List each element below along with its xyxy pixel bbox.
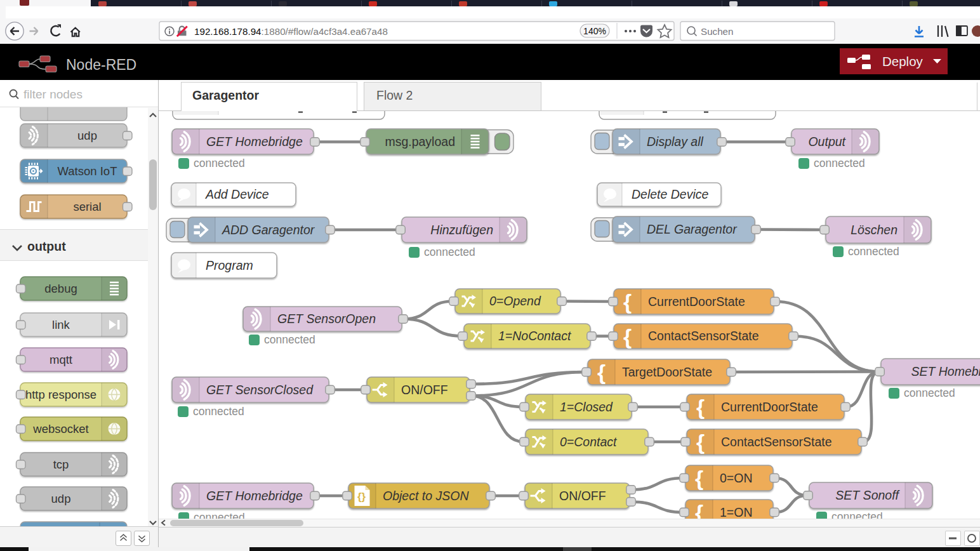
- svg-text:udp: udp: [51, 492, 71, 505]
- svg-text:link: link: [52, 318, 70, 331]
- svg-text:CurrentDoorState: CurrentDoorState: [721, 400, 818, 414]
- svg-text:connected: connected: [194, 511, 245, 519]
- svg-text:connected: connected: [831, 510, 883, 519]
- svg-text:1=NoContact: 1=NoContact: [498, 329, 572, 343]
- svg-text:Node-RED: Node-RED: [66, 56, 136, 73]
- svg-text:GET Homebridge: GET Homebridge: [206, 489, 303, 503]
- svg-text:192.168.178.94:1880/#flow/a4cf: 192.168.178.94:1880/#flow/a4cf3a4.ea67a4…: [194, 26, 388, 37]
- svg-text:GET SensorClosed: GET SensorClosed: [206, 383, 314, 397]
- svg-text:1=ON: 1=ON: [720, 505, 752, 519]
- svg-text:ADD Garagentor: ADD Garagentor: [222, 223, 315, 237]
- svg-text:Object to JSON: Object to JSON: [383, 489, 469, 503]
- svg-text:{}: {}: [357, 491, 366, 503]
- svg-text:0=Opend: 0=Opend: [489, 294, 541, 308]
- svg-text:ON/OFF: ON/OFF: [401, 383, 448, 397]
- svg-text:Watson IoT: Watson IoT: [58, 164, 117, 178]
- svg-text:Add Device: Add Device: [205, 187, 269, 201]
- svg-text:connected: connected: [814, 157, 865, 169]
- svg-text:connected: connected: [848, 245, 899, 258]
- svg-text:0=Contact: 0=Contact: [560, 435, 618, 449]
- svg-text:SET Sonoff: SET Sonoff: [835, 488, 900, 502]
- svg-text:connected: connected: [194, 157, 245, 169]
- svg-text:msg.payload: msg.payload: [385, 135, 455, 149]
- svg-text:GET SensorOpen: GET SensorOpen: [277, 312, 376, 326]
- svg-text:TargetDoorState: TargetDoorState: [622, 365, 712, 379]
- svg-text:connected: connected: [264, 333, 315, 346]
- svg-text:{: {: [695, 500, 703, 519]
- svg-text:connected: connected: [424, 246, 475, 258]
- svg-text:0=ON: 0=ON: [720, 471, 752, 485]
- svg-text:serial: serial: [73, 200, 101, 213]
- svg-text:140%: 140%: [583, 26, 606, 36]
- svg-text:{: {: [696, 395, 705, 419]
- svg-text:{: {: [696, 430, 705, 454]
- svg-text:ON/OFF: ON/OFF: [559, 489, 606, 503]
- svg-text:tcp: tcp: [53, 458, 69, 471]
- svg-text:ContactSensorState: ContactSensorState: [648, 329, 759, 343]
- svg-text:Delete Device: Delete Device: [632, 187, 709, 201]
- svg-text:udp: udp: [77, 129, 97, 142]
- svg-text:connected: connected: [904, 387, 955, 399]
- svg-text:{: {: [695, 466, 703, 490]
- svg-text:SET Homebridge: SET Homebridge: [911, 364, 980, 378]
- svg-text:debug: debug: [44, 282, 77, 295]
- svg-text:Löschen: Löschen: [851, 223, 897, 237]
- svg-text:1=Closed: 1=Closed: [560, 400, 613, 414]
- svg-text:Hinzufügen: Hinzufügen: [430, 223, 493, 237]
- svg-text:{: {: [623, 324, 632, 349]
- svg-text:Output: Output: [808, 135, 846, 149]
- svg-text:Display all: Display all: [647, 135, 704, 149]
- svg-text:CurrentDoorState: CurrentDoorState: [648, 295, 745, 309]
- svg-text:websocket: websocket: [32, 422, 88, 435]
- svg-text:mqtt: mqtt: [50, 353, 72, 366]
- svg-text:http response: http response: [25, 388, 96, 401]
- svg-text:Suchen: Suchen: [701, 26, 734, 37]
- svg-text:GET Homebridge: GET Homebridge: [206, 135, 303, 149]
- svg-text:Program: Program: [206, 258, 253, 272]
- svg-text:DEL Garagentor: DEL Garagentor: [647, 222, 738, 236]
- svg-text:{: {: [597, 360, 606, 384]
- svg-text:ContactSensorState: ContactSensorState: [721, 435, 832, 449]
- svg-text:connected: connected: [193, 405, 244, 418]
- svg-text:Deploy: Deploy: [882, 54, 924, 69]
- svg-text:{: {: [623, 289, 632, 314]
